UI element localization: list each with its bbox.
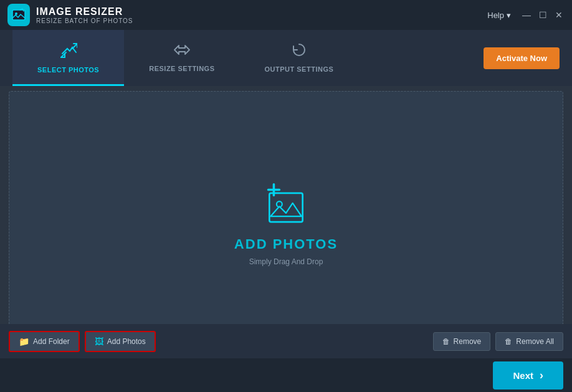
title-bar-right: Help ▾ — ☐ ✕	[487, 9, 565, 21]
add-photos-label: Add Photos	[107, 337, 146, 346]
footer-bar: Next ›	[0, 358, 572, 392]
trash-icon: 🗑	[442, 337, 450, 346]
add-photos-svg-icon	[258, 178, 314, 227]
next-arrow-icon: ›	[540, 369, 543, 382]
tab-resize-settings[interactable]: RESIZE SETTINGS	[124, 30, 239, 86]
tab-resize-settings-label: RESIZE SETTINGS	[149, 65, 214, 72]
svg-rect-4	[269, 193, 302, 222]
app-subtitle: RESIZE BATCH OF PHOTOS	[36, 17, 133, 24]
tab-bar-right: Activate Now	[484, 30, 560, 86]
app-title-block: IMAGE RESIZER RESIZE BATCH OF PHOTOS	[36, 6, 133, 24]
remove-all-label: Remove All	[516, 337, 554, 346]
maximize-button[interactable]: ☐	[537, 9, 548, 21]
select-photos-icon	[60, 41, 77, 62]
chevron-icon: ▾	[507, 11, 511, 20]
remove-label: Remove	[454, 337, 482, 346]
add-photos-label: ADD PHOTOS	[234, 236, 338, 252]
bottom-bar-right: 🗑 Remove 🗑 Remove All	[433, 332, 563, 351]
output-settings-icon	[291, 42, 307, 62]
title-bar-left: IMAGE RESIZER RESIZE BATCH OF PHOTOS	[7, 4, 133, 26]
add-photos-sublabel: Simply Drag And Drop	[249, 257, 323, 266]
title-bar: IMAGE RESIZER RESIZE BATCH OF PHOTOS Hel…	[0, 0, 572, 30]
tab-select-photos[interactable]: SELECT PHOTOS	[12, 30, 124, 86]
tab-output-settings-label: OUTPUT SETTINGS	[265, 65, 334, 73]
bottom-bar-left: 📁 Add Folder 🖼 Add Photos	[9, 331, 156, 352]
window-controls: — ☐ ✕	[521, 9, 565, 21]
tab-output-settings[interactable]: OUTPUT SETTINGS	[240, 30, 359, 86]
remove-button[interactable]: 🗑 Remove	[433, 332, 491, 351]
app-title: IMAGE RESIZER	[36, 6, 133, 17]
activate-now-button[interactable]: Activate Now	[484, 47, 560, 69]
image-icon: 🖼	[95, 337, 103, 347]
tab-select-photos-label: SELECT PHOTOS	[37, 66, 99, 74]
minimize-button[interactable]: —	[521, 9, 532, 21]
remove-all-button[interactable]: 🗑 Remove All	[495, 332, 563, 351]
tabs-group: SELECT PHOTOS RESIZE SETTINGS OUTPUT SET…	[12, 30, 358, 86]
trash-all-icon: 🗑	[505, 337, 512, 346]
next-label: Next	[513, 370, 533, 381]
app-icon	[7, 4, 30, 26]
drop-zone[interactable]: ADD PHOTOS Simply Drag And Drop	[9, 91, 563, 353]
resize-settings-icon	[173, 42, 191, 61]
add-folder-button[interactable]: 📁 Add Folder	[9, 331, 80, 352]
tab-bar: SELECT PHOTOS RESIZE SETTINGS OUTPUT SET…	[0, 30, 572, 86]
add-folder-label: Add Folder	[33, 337, 70, 346]
next-button[interactable]: Next ›	[493, 361, 563, 390]
bottom-bar: 📁 Add Folder 🖼 Add Photos 🗑 Remove 🗑 Rem…	[0, 324, 572, 358]
svg-rect-0	[12, 10, 25, 20]
add-photos-button[interactable]: 🖼 Add Photos	[85, 331, 156, 352]
folder-icon: 📁	[19, 337, 29, 347]
help-button[interactable]: Help ▾	[487, 11, 511, 20]
close-button[interactable]: ✕	[553, 9, 565, 21]
